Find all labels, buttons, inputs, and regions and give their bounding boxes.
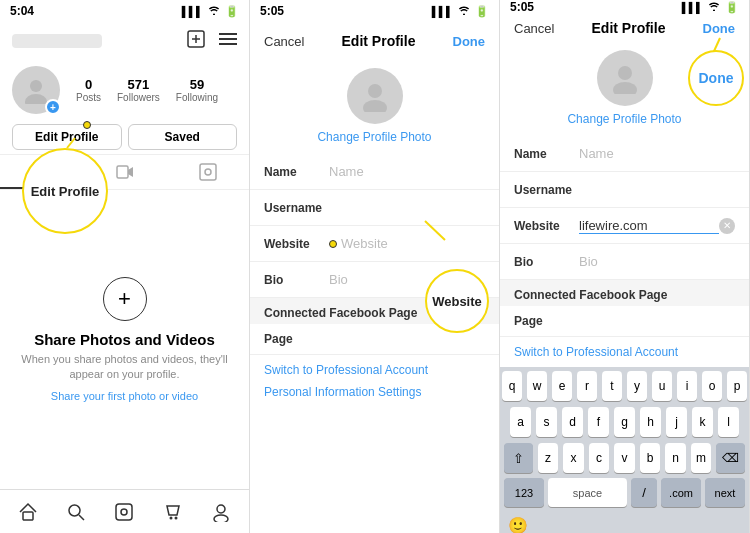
keyboard-row-2: a s d f g h j k l <box>500 403 749 439</box>
p2-username-field: Username <box>250 190 499 226</box>
status-time-2: 5:05 <box>260 4 284 18</box>
p3-fields: Name Name Username Website lifewire.com … <box>500 136 749 367</box>
menu-icon[interactable] <box>219 32 237 50</box>
svg-point-16 <box>69 505 80 516</box>
add-content-button[interactable]: + <box>103 277 147 321</box>
key-v[interactable]: v <box>614 443 635 473</box>
avatar-wrap: + <box>12 66 60 114</box>
p2-links: Switch to Professional Account Personal … <box>250 355 499 407</box>
p2-cancel-button[interactable]: Cancel <box>264 34 304 49</box>
wifi-icon-2 <box>457 5 471 17</box>
status-time-3: 5:05 <box>510 0 534 14</box>
svg-rect-13 <box>200 164 216 180</box>
signal-icon-3: ▌▌▌ <box>682 2 703 13</box>
svg-point-28 <box>618 66 632 80</box>
svg-point-22 <box>217 505 225 513</box>
key-b[interactable]: b <box>640 443 661 473</box>
key-j[interactable]: j <box>666 407 687 437</box>
key-i[interactable]: i <box>677 371 697 401</box>
key-m[interactable]: m <box>691 443 712 473</box>
p3-cancel-button[interactable]: Cancel <box>514 21 554 36</box>
key-c[interactable]: c <box>589 443 610 473</box>
key-slash[interactable]: / <box>631 478 657 507</box>
key-space[interactable]: space <box>548 478 627 507</box>
profile-section: + 0 Posts 571 Followers 59 Following <box>0 60 249 120</box>
p2-topbar: Cancel Edit Profile Done <box>250 22 499 60</box>
key-p[interactable]: p <box>727 371 747 401</box>
key-x[interactable]: x <box>563 443 584 473</box>
key-w[interactable]: w <box>527 371 547 401</box>
battery-icon-2: 🔋 <box>475 5 489 18</box>
svg-rect-18 <box>116 504 132 520</box>
status-icons-2: ▌▌▌ 🔋 <box>432 5 489 18</box>
key-o[interactable]: o <box>702 371 722 401</box>
key-g[interactable]: g <box>614 407 635 437</box>
p3-website-field[interactable]: Website lifewire.com ✕ <box>500 208 749 244</box>
status-icons-3: ▌▌▌ 🔋 <box>682 1 739 14</box>
following-stat: 59 Following <box>176 77 218 103</box>
key-z[interactable]: z <box>538 443 559 473</box>
key-n[interactable]: n <box>665 443 686 473</box>
nav-shop[interactable] <box>155 494 191 530</box>
posts-stat: 0 Posts <box>76 77 101 103</box>
tab-tagged[interactable] <box>166 155 249 189</box>
p3-avatar <box>597 50 653 106</box>
key-delete[interactable]: ⌫ <box>716 443 745 473</box>
key-t[interactable]: t <box>602 371 622 401</box>
p2-website-field[interactable]: Website Website <box>250 226 499 262</box>
nav-reels[interactable] <box>106 494 142 530</box>
p3-bio-field: Bio Bio <box>500 244 749 280</box>
key-h[interactable]: h <box>640 407 661 437</box>
key-123[interactable]: 123 <box>504 478 544 507</box>
share-desc: When you share photos and videos, they'l… <box>10 352 239 383</box>
done-annotation: Done <box>688 50 744 106</box>
emoji-icon[interactable]: 🙂 <box>508 516 528 534</box>
battery-icon: 🔋 <box>225 5 239 18</box>
panel-2: 5:05 ▌▌▌ 🔋 Cancel Edit Profile Done Chan… <box>250 0 500 533</box>
nav-profile[interactable] <box>203 494 239 530</box>
p3-change-photo-link[interactable]: Change Profile Photo <box>567 112 681 126</box>
key-dotcom[interactable]: .com <box>661 478 701 507</box>
empty-state: + Share Photos and Videos When you share… <box>0 190 249 489</box>
add-photo-icon[interactable]: + <box>45 99 61 115</box>
followers-stat: 571 Followers <box>117 77 160 103</box>
p3-connected-facebook-header: Connected Facebook Page <box>500 280 749 306</box>
key-y[interactable]: y <box>627 371 647 401</box>
website-clear-button[interactable]: ✕ <box>719 218 735 234</box>
key-f[interactable]: f <box>588 407 609 437</box>
p3-done-button[interactable]: Done <box>703 21 736 36</box>
status-bar-2: 5:05 ▌▌▌ 🔋 <box>250 0 499 22</box>
p2-edit-profile-title: Edit Profile <box>342 33 416 49</box>
key-a[interactable]: a <box>510 407 531 437</box>
share-link[interactable]: Share your first photo or video <box>51 390 198 402</box>
p2-switch-link[interactable]: Switch to Professional Account <box>264 363 485 377</box>
edit-profile-dot <box>83 121 91 129</box>
edit-profile-button[interactable]: Edit Profile <box>12 124 122 150</box>
key-d[interactable]: d <box>562 407 583 437</box>
wifi-icon <box>207 5 221 17</box>
key-next[interactable]: next <box>705 478 745 507</box>
svg-point-20 <box>169 516 172 519</box>
svg-point-7 <box>25 94 47 104</box>
key-u[interactable]: u <box>652 371 672 401</box>
stats-row: 0 Posts 571 Followers 59 Following <box>76 77 218 103</box>
add-post-icon[interactable] <box>187 30 205 53</box>
saved-button[interactable]: Saved <box>128 124 238 150</box>
key-q[interactable]: q <box>502 371 522 401</box>
key-s[interactable]: s <box>536 407 557 437</box>
p3-switch-link[interactable]: Switch to Professional Account <box>514 345 735 359</box>
nav-home[interactable] <box>10 494 46 530</box>
key-shift[interactable]: ⇧ <box>504 443 533 473</box>
key-r[interactable]: r <box>577 371 597 401</box>
p2-change-photo-link[interactable]: Change Profile Photo <box>317 130 431 144</box>
p2-avatar <box>347 68 403 124</box>
p3-username-field: Username <box>500 172 749 208</box>
key-e[interactable]: e <box>552 371 572 401</box>
svg-line-17 <box>79 515 84 520</box>
nav-search[interactable] <box>58 494 94 530</box>
keyboard-row-4: 123 space / .com next <box>500 475 749 511</box>
key-k[interactable]: k <box>692 407 713 437</box>
p2-personal-info-link[interactable]: Personal Information Settings <box>264 385 485 399</box>
key-l[interactable]: l <box>718 407 739 437</box>
p2-done-button[interactable]: Done <box>453 34 486 49</box>
